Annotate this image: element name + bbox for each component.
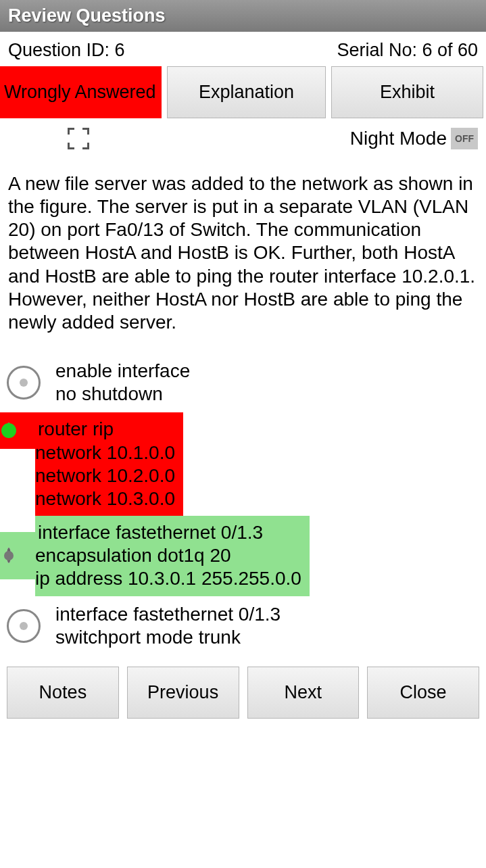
close-button-label: Close <box>400 682 447 702</box>
title-bar: Review Questions <box>0 0 486 32</box>
notes-button[interactable]: Notes <box>7 667 119 719</box>
option-1[interactable]: enable interface no shutdown <box>0 353 486 412</box>
option-3[interactable]: interface fastethernet 0/1.3 encapsulati… <box>0 516 486 596</box>
nav-row: Notes Previous Next Close <box>0 656 486 729</box>
options-list: enable interface no shutdown router rip … <box>0 353 486 656</box>
previous-button-label: Previous <box>147 682 218 702</box>
previous-button[interactable]: Previous <box>127 667 239 719</box>
radio-icon[interactable] <box>7 423 11 438</box>
status-badge: Wrongly Answered <box>0 66 162 118</box>
serial-no-label: Serial No: 6 of 60 <box>337 40 478 61</box>
info-row: Question ID: 6 Serial No: 6 of 60 <box>0 32 486 66</box>
explanation-button[interactable]: Explanation <box>167 66 326 118</box>
exhibit-button-label: Exhibit <box>380 82 435 102</box>
next-button[interactable]: Next <box>247 667 360 719</box>
mode-row: Night Mode OFF <box>0 118 486 156</box>
close-button[interactable]: Close <box>367 667 479 719</box>
explanation-button-label: Explanation <box>199 82 294 102</box>
fullscreen-icon[interactable] <box>68 128 89 149</box>
option-3-text: interface fastethernet 0/1.3 encapsulati… <box>35 519 303 592</box>
option-2[interactable]: router rip network 10.1.0.0 network 10.2… <box>0 412 486 516</box>
question-id-label: Question ID: 6 <box>8 40 125 61</box>
night-mode-toggle[interactable]: OFF <box>451 128 478 149</box>
next-button-label: Next <box>285 682 322 702</box>
exhibit-button[interactable]: Exhibit <box>331 66 483 118</box>
page-title: Review Questions <box>8 5 166 26</box>
night-mode-label: Night Mode <box>350 128 447 149</box>
question-text: A new file server was added to the netwo… <box>0 156 486 353</box>
radio-icon[interactable] <box>7 609 41 643</box>
radio-icon[interactable] <box>7 366 41 400</box>
radio-icon[interactable] <box>7 548 11 563</box>
notes-button-label: Notes <box>39 682 87 702</box>
option-4-text: interface fastethernet 0/1.3 switchport … <box>53 600 282 652</box>
option-4[interactable]: interface fastethernet 0/1.3 switchport … <box>0 596 486 656</box>
option-2-text: router rip network 10.1.0.0 network 10.2… <box>35 416 176 511</box>
option-1-text: enable interface no shutdown <box>53 357 191 408</box>
status-badge-text: Wrongly Answered <box>4 82 156 103</box>
status-row: Wrongly Answered Explanation Exhibit <box>0 66 486 118</box>
